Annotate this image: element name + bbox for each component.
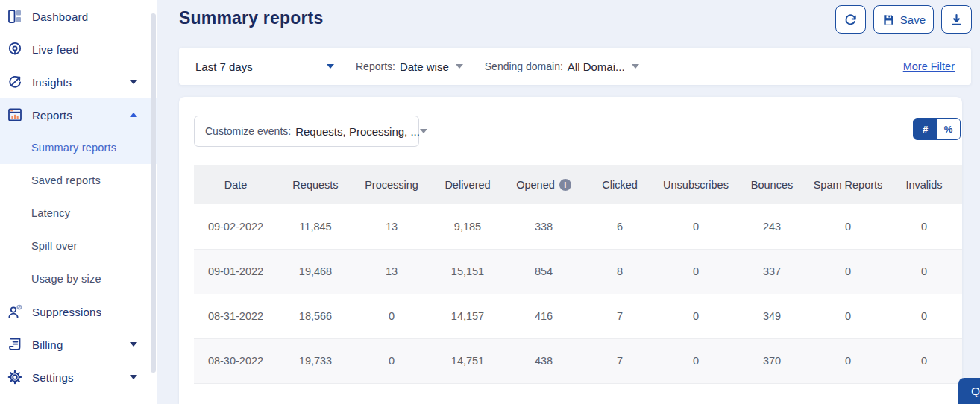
value-cell: 14,157 — [430, 294, 506, 338]
chevron-up-icon — [130, 113, 137, 117]
value-cell: 18,566 — [277, 294, 354, 338]
column-header-label: Spam Reports — [814, 179, 883, 191]
sidebar-item-label: Live feed — [32, 43, 79, 56]
refresh-button[interactable] — [835, 5, 866, 34]
value-cell: 0 — [354, 294, 430, 338]
sidebar-item-saved-reports[interactable]: Saved reports — [0, 164, 157, 197]
info-icon[interactable]: i — [559, 179, 571, 191]
dashboard-icon — [7, 8, 23, 25]
page-title: Summary reports — [179, 8, 323, 28]
value-cell: 0 — [886, 294, 962, 338]
value-cell: 13 — [354, 204, 430, 249]
sidebar-item-latency[interactable]: Latency — [0, 197, 157, 230]
column-header-label: Invalids — [905, 179, 942, 191]
save-icon — [882, 13, 896, 27]
value-cell: 19,468 — [277, 249, 354, 294]
date-cell: 08-31-2022 — [194, 294, 277, 338]
save-button[interactable]: Save — [873, 5, 934, 34]
column-header-opened: Openedi — [506, 165, 582, 204]
column-header-unsubscribes: Unsubscribes — [658, 165, 734, 204]
column-header-label: Unsubscribes — [663, 179, 729, 191]
date-cell: 09-01-2022 — [194, 249, 277, 294]
customize-events-value: Requests, Processing, ... — [295, 125, 420, 138]
column-header-label: Processing — [365, 179, 418, 191]
column-header-label: Opened — [516, 179, 555, 191]
sidebar-item-label: Dashboard — [32, 10, 88, 23]
filter-bar: Last 7 days Reports: Date wise Sending d… — [179, 48, 971, 85]
value-cell: 337 — [734, 249, 810, 294]
value-cell: 0 — [354, 338, 430, 383]
sidebar-item-spill-over[interactable]: Spill over — [0, 230, 157, 262]
sidebar-item-summary-reports[interactable]: Summary reports — [0, 131, 157, 164]
date-cell: 09-02-2022 — [194, 204, 277, 249]
summary-table-wrap: DateRequestsProcessingDeliveredOpenediCl… — [194, 165, 962, 384]
value-cell: 416 — [506, 294, 582, 338]
save-button-label: Save — [900, 13, 926, 26]
sidebar-scrollbar[interactable] — [151, 13, 156, 373]
column-header-requests: Requests — [277, 165, 354, 204]
settings-icon — [7, 369, 23, 385]
table-row: 09-02-202211,845139,1853386024300 — [194, 204, 962, 249]
value-cell: 438 — [506, 338, 582, 383]
sidebar-item-label: Suppressions — [32, 306, 101, 318]
value-cell: 11,845 — [277, 204, 354, 249]
sidebar-item-live-feed[interactable]: Live feed — [0, 33, 157, 66]
value-cell: 370 — [734, 338, 810, 383]
table-row: 08-31-202218,566014,1574167034900 — [194, 294, 962, 338]
value-cell: 0 — [886, 338, 962, 383]
sidebar-item-label: Summary reports — [31, 142, 116, 154]
date-range-dropdown[interactable]: Last 7 days — [195, 60, 334, 73]
date-range-value: Last 7 days — [195, 60, 253, 73]
sidebar-item-billing[interactable]: Billing — [0, 328, 157, 361]
value-cell: 349 — [734, 294, 810, 338]
download-button[interactable] — [941, 5, 972, 34]
sidebar-item-settings[interactable]: Settings — [0, 361, 157, 394]
sending-domain-value: All Domai... — [568, 60, 625, 73]
customize-events-label: Customize events: — [205, 125, 291, 137]
sidebar-item-reports[interactable]: Reports — [0, 98, 157, 131]
column-header-delivered: Delivered — [430, 165, 506, 204]
download-icon — [949, 13, 964, 27]
value-cell: 8 — [582, 249, 658, 294]
chevron-down-icon — [632, 64, 639, 69]
column-header-bounces: Bounces — [734, 165, 810, 204]
refresh-icon — [844, 13, 858, 27]
value-cell: 0 — [810, 204, 886, 249]
chevron-down-icon — [130, 342, 137, 347]
sidebar-item-suppressions[interactable]: Suppressions — [0, 295, 157, 328]
sidebar: DashboardLive feedInsightsReportsSummary… — [0, 0, 157, 404]
reports-type-value: Date wise — [400, 60, 449, 73]
chat-widget-label: Question? Chat with us. — [971, 385, 980, 398]
chat-widget[interactable]: Question? Chat with us. — [958, 378, 980, 404]
column-header-processing: Processing — [354, 165, 430, 204]
value-cell: 0 — [886, 204, 962, 249]
filter-separator — [345, 55, 345, 78]
reports-type-dropdown[interactable]: Reports: Date wise — [356, 60, 463, 73]
sidebar-item-usage-by-size[interactable]: Usage by size — [0, 262, 157, 295]
column-header-date: Date — [194, 165, 277, 204]
value-cell: 14,751 — [430, 338, 506, 383]
customize-events-dropdown[interactable]: Customize events: Requests, Processing, … — [194, 116, 419, 147]
column-header-clicked: Clicked — [582, 165, 658, 204]
value-cell: 0 — [810, 294, 886, 338]
sending-domain-dropdown[interactable]: Sending domain: All Domai... — [485, 60, 639, 73]
chevron-down-icon — [130, 80, 137, 84]
table-row: 08-30-202219,733014,7514387037000 — [194, 338, 962, 383]
value-cell: 6 — [582, 204, 658, 249]
sidebar-item-label: Reports — [32, 109, 72, 121]
sidebar-item-label: Latency — [31, 207, 70, 219]
table-header-row: DateRequestsProcessingDeliveredOpenediCl… — [194, 165, 962, 204]
value-cell: 0 — [658, 294, 734, 338]
value-cell: 0 — [658, 204, 734, 249]
report-card: Customize events: Requests, Processing, … — [179, 97, 962, 404]
billing-icon — [7, 336, 23, 353]
sidebar-item-dashboard[interactable]: Dashboard — [0, 0, 157, 33]
value-cell: 7 — [582, 338, 658, 383]
count-toggle-button[interactable]: # — [914, 119, 937, 139]
percent-toggle-button[interactable]: % — [937, 119, 960, 139]
sidebar-item-label: Billing — [32, 338, 63, 351]
chevron-down-icon — [130, 375, 137, 379]
column-header-label: Bounces — [751, 179, 793, 191]
sidebar-item-insights[interactable]: Insights — [0, 66, 157, 98]
more-filter-link[interactable]: More Filter — [903, 60, 955, 72]
